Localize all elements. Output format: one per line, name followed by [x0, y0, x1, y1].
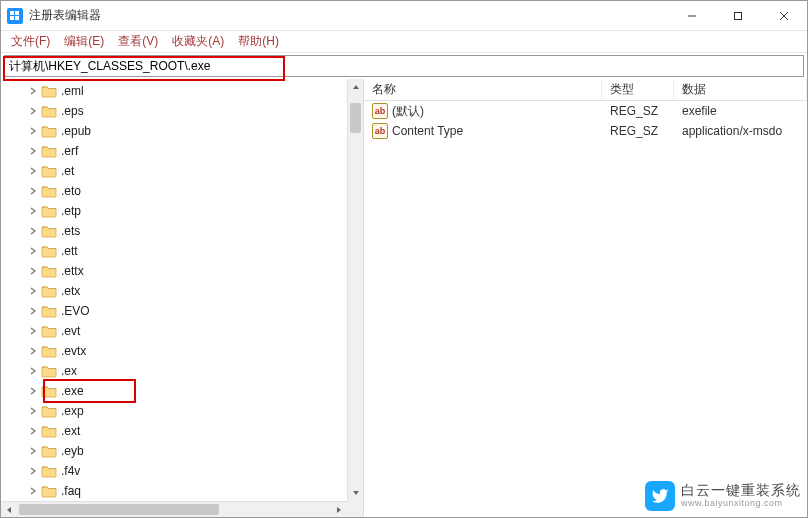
chevron-right-icon[interactable]	[27, 125, 39, 137]
column-header-type[interactable]: 类型	[602, 79, 674, 100]
chevron-right-icon[interactable]	[27, 305, 39, 317]
tree-item-label: .ext	[61, 424, 80, 438]
tree-item[interactable]: .f4v	[41, 461, 363, 481]
tree-item[interactable]: .erf	[41, 141, 363, 161]
tree-item[interactable]: .ets	[41, 221, 363, 241]
folder-icon	[41, 264, 57, 278]
chevron-right-icon[interactable]	[27, 205, 39, 217]
tree-item[interactable]: .eps	[41, 101, 363, 121]
folder-icon	[41, 164, 57, 178]
address-bar[interactable]: 计算机\HKEY_CLASSES_ROOT\.exe	[4, 55, 804, 77]
svg-rect-3	[15, 16, 19, 20]
minimize-button[interactable]	[669, 1, 715, 31]
tree-item-label: .faq	[61, 484, 81, 498]
tree-item[interactable]: .exp	[41, 401, 363, 421]
column-header-data[interactable]: 数据	[674, 79, 807, 100]
tree-item[interactable]: .etx	[41, 281, 363, 301]
svg-marker-10	[7, 507, 11, 513]
maximize-button[interactable]	[715, 1, 761, 31]
tree-item-label: .ettx	[61, 264, 84, 278]
tree-item-label: .eyb	[61, 444, 84, 458]
tree-item[interactable]: .et	[41, 161, 363, 181]
scroll-down-button[interactable]	[348, 485, 363, 501]
chevron-right-icon[interactable]	[27, 465, 39, 477]
tree-item[interactable]: .exe	[41, 381, 363, 401]
list-pane: 名称 类型 数据 ab(默认)REG_SZexefileabContent Ty…	[364, 79, 807, 517]
tree-item-label: .eps	[61, 104, 84, 118]
chevron-right-icon[interactable]	[27, 85, 39, 97]
tree-item[interactable]: .eyb	[41, 441, 363, 461]
tree-item[interactable]: .evt	[41, 321, 363, 341]
svg-rect-0	[10, 11, 14, 15]
scroll-thumb-vertical[interactable]	[350, 103, 361, 133]
tree-item-label: .erf	[61, 144, 78, 158]
chevron-right-icon[interactable]	[27, 365, 39, 377]
list-row[interactable]: abContent TypeREG_SZapplication/x-msdo	[364, 121, 807, 141]
chevron-right-icon[interactable]	[27, 325, 39, 337]
chevron-right-icon[interactable]	[27, 185, 39, 197]
column-header-name[interactable]: 名称	[364, 79, 602, 100]
folder-icon	[41, 484, 57, 498]
close-button[interactable]	[761, 1, 807, 31]
scroll-right-button[interactable]	[331, 502, 347, 517]
tree-item[interactable]: .etp	[41, 201, 363, 221]
chevron-right-icon[interactable]	[27, 265, 39, 277]
tree-item-label: .epub	[61, 124, 91, 138]
tree-item-label: .etx	[61, 284, 80, 298]
list-header: 名称 类型 数据	[364, 79, 807, 101]
tree-item[interactable]: .EVO	[41, 301, 363, 321]
tree-item[interactable]: .ext	[41, 421, 363, 441]
chevron-right-icon[interactable]	[27, 165, 39, 177]
tree-item[interactable]: .ett	[41, 241, 363, 261]
menu-favorites[interactable]: 收藏夹(A)	[166, 31, 230, 52]
app-icon	[7, 8, 23, 24]
folder-icon	[41, 464, 57, 478]
chevron-right-icon[interactable]	[27, 145, 39, 157]
list-row[interactable]: ab(默认)REG_SZexefile	[364, 101, 807, 121]
scroll-corner	[347, 501, 363, 517]
tree-item[interactable]: .eml	[41, 81, 363, 101]
chevron-right-icon[interactable]	[27, 485, 39, 497]
tree-item[interactable]: .ettx	[41, 261, 363, 281]
value-data: exefile	[674, 104, 807, 118]
chevron-right-icon[interactable]	[27, 345, 39, 357]
tree-vertical-scrollbar[interactable]	[347, 79, 363, 501]
chevron-right-icon[interactable]	[27, 425, 39, 437]
tree-item[interactable]: .eto	[41, 181, 363, 201]
svg-rect-5	[735, 12, 742, 19]
tree-item-label: .etp	[61, 204, 81, 218]
chevron-right-icon[interactable]	[27, 225, 39, 237]
tree-item[interactable]: .evtx	[41, 341, 363, 361]
svg-marker-11	[337, 507, 341, 513]
menu-help[interactable]: 帮助(H)	[232, 31, 285, 52]
folder-icon	[41, 244, 57, 258]
folder-icon	[41, 324, 57, 338]
list-rows[interactable]: ab(默认)REG_SZexefileabContent TypeREG_SZa…	[364, 101, 807, 141]
folder-icon	[41, 344, 57, 358]
value-name: Content Type	[392, 124, 463, 138]
chevron-right-icon[interactable]	[27, 285, 39, 297]
tree-item[interactable]: .epub	[41, 121, 363, 141]
tree-pane: .eml.eps.epub.erf.et.eto.etp.ets.ett.ett…	[1, 79, 364, 517]
scroll-left-button[interactable]	[1, 502, 17, 517]
chevron-right-icon[interactable]	[27, 405, 39, 417]
chevron-right-icon[interactable]	[27, 385, 39, 397]
tree-item[interactable]: .ex	[41, 361, 363, 381]
tree-list[interactable]: .eml.eps.epub.erf.et.eto.etp.ets.ett.ett…	[1, 79, 363, 501]
menu-edit[interactable]: 编辑(E)	[58, 31, 110, 52]
chevron-right-icon[interactable]	[27, 245, 39, 257]
address-path: 计算机\HKEY_CLASSES_ROOT\.exe	[9, 58, 210, 75]
folder-icon	[41, 124, 57, 138]
chevron-right-icon[interactable]	[27, 445, 39, 457]
tree-item[interactable]: .faq	[41, 481, 363, 501]
tree-item-label: .ets	[61, 224, 80, 238]
scroll-up-button[interactable]	[348, 79, 363, 95]
menu-file[interactable]: 文件(F)	[5, 31, 56, 52]
chevron-right-icon[interactable]	[27, 105, 39, 117]
folder-icon	[41, 204, 57, 218]
menu-view[interactable]: 查看(V)	[112, 31, 164, 52]
tree-horizontal-scrollbar[interactable]	[1, 501, 347, 517]
scroll-thumb-horizontal[interactable]	[19, 504, 219, 515]
folder-icon	[41, 424, 57, 438]
title-bar: 注册表编辑器	[1, 1, 807, 31]
